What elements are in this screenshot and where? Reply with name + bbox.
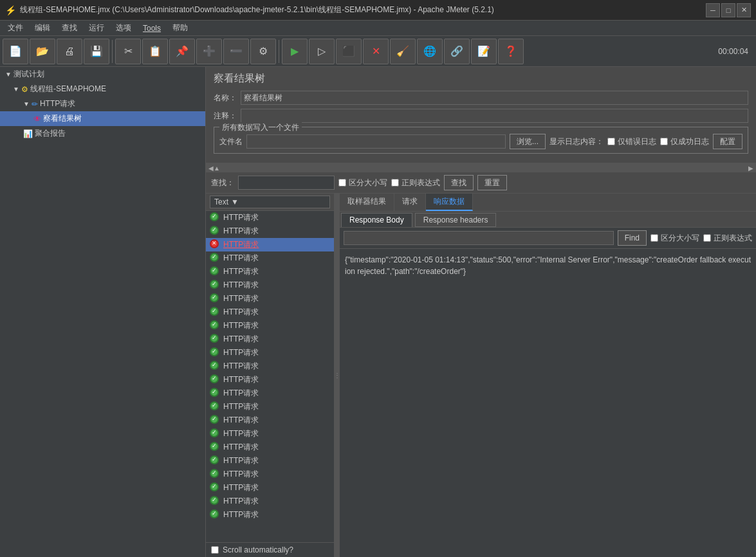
list-item[interactable]: HTTP请求: [206, 508, 334, 522]
list-item[interactable]: HTTP请求: [206, 333, 334, 346]
copy-button[interactable]: 📋: [142, 39, 168, 64]
menu-file[interactable]: 文件: [3, 21, 28, 35]
list-item[interactable]: HTTP请求: [206, 387, 334, 400]
open-button[interactable]: 📂: [30, 39, 55, 64]
vertical-splitter[interactable]: ⋮: [335, 194, 340, 557]
dropdown-label: Text: [214, 197, 228, 206]
tree-item-http-request[interactable]: ▼ ✏ HTTP请求: [0, 96, 205, 111]
success-icon: [210, 266, 221, 277]
list-item[interactable]: HTTP请求: [206, 454, 334, 468]
list-item[interactable]: HTTP请求: [206, 265, 334, 278]
tab-request[interactable]: 请求: [394, 194, 426, 211]
tab-response-data[interactable]: 响应数据: [426, 194, 473, 211]
list-item[interactable]: HTTP请求: [206, 441, 334, 454]
browse-button[interactable]: 浏览...: [510, 134, 546, 149]
file-group: 所有数据写入一个文件 文件名 浏览... 显示日志内容： 仅错误日志 仅成功日志…: [214, 127, 748, 154]
regex-checkbox[interactable]: [391, 179, 399, 187]
name-input[interactable]: [241, 91, 748, 105]
remote-button[interactable]: 🌐: [417, 39, 443, 64]
list-item[interactable]: HTTP请求: [206, 292, 334, 306]
print-button[interactable]: 🖨: [57, 39, 82, 64]
shutdown-button[interactable]: ✕: [363, 39, 389, 64]
close-button[interactable]: ✕: [737, 3, 751, 17]
list-item[interactable]: HTTP请求: [206, 251, 334, 265]
find-detail-button[interactable]: Find: [618, 230, 647, 246]
list-item[interactable]: HTTP请求: [206, 360, 334, 373]
minimize-button[interactable]: ─: [706, 3, 720, 17]
menu-run[interactable]: 运行: [84, 21, 109, 35]
text-dropdown[interactable]: Text ▼: [210, 196, 330, 208]
sub-tab-response-headers[interactable]: Response headers: [415, 213, 497, 227]
menu-tools[interactable]: Tools: [138, 23, 166, 34]
detail-regex-checkbox[interactable]: [703, 234, 711, 242]
remote-all-button[interactable]: 🔗: [444, 39, 470, 64]
find-input[interactable]: [344, 231, 614, 245]
list-item-label: HTTP请求: [223, 280, 259, 291]
tab-sampler-result[interactable]: 取样器结果: [340, 194, 394, 211]
error-log-checkbox[interactable]: [607, 138, 615, 145]
dropdown-arrow-icon: ▼: [231, 197, 239, 206]
file-input[interactable]: [246, 134, 506, 149]
reset-button[interactable]: 重置: [477, 175, 507, 190]
success-icon: [210, 347, 221, 358]
maximize-button[interactable]: □: [721, 3, 735, 17]
detail-case-checkbox[interactable]: [650, 234, 658, 242]
list-item[interactable]: HTTP请求: [206, 481, 334, 495]
splitter-arrow-left: ◀▲: [208, 165, 220, 172]
expand-button[interactable]: ➕: [196, 39, 222, 64]
menu-search[interactable]: 查找: [57, 21, 82, 35]
log-label: 显示日志内容：: [549, 136, 604, 147]
list-item[interactable]: HTTP请求: [206, 414, 334, 427]
help-button[interactable]: ❓: [498, 39, 524, 64]
list-item-label: HTTP请求: [223, 320, 259, 331]
list-item[interactable]: HTTP请求: [206, 238, 334, 251]
menu-options[interactable]: 选项: [111, 21, 136, 35]
splitter-top[interactable]: ◀▲ ▶: [206, 163, 756, 172]
success-icon: [210, 496, 221, 507]
window-title: 线程组-SEMAPHOME.jmx (C:\Users\Administrato…: [20, 5, 494, 15]
list-item-label: HTTP请求: [223, 442, 259, 453]
menu-help[interactable]: 帮助: [167, 21, 193, 35]
play-no-pause-button[interactable]: ▷: [309, 39, 335, 64]
sub-tab-response-body[interactable]: Response Body: [341, 213, 412, 227]
search-input[interactable]: [238, 176, 335, 190]
template-button[interactable]: 📝: [471, 39, 497, 64]
tree-item-aggregate-report[interactable]: 📊 聚合报告: [0, 126, 205, 141]
success-icon: [210, 253, 221, 264]
list-item[interactable]: HTTP请求: [206, 346, 334, 360]
tree-item-test-plan[interactable]: ▼ 测试计划: [0, 67, 205, 82]
save-button[interactable]: 💾: [84, 39, 109, 64]
list-header: Text ▼: [206, 194, 334, 211]
settings-button[interactable]: ⚙: [250, 39, 276, 64]
list-item[interactable]: HTTP请求: [206, 495, 334, 508]
list-item[interactable]: HTTP请求: [206, 400, 334, 414]
play-button[interactable]: ▶: [282, 39, 308, 64]
list-item[interactable]: HTTP请求: [206, 373, 334, 387]
list-item[interactable]: HTTP请求: [206, 211, 334, 224]
config-button[interactable]: 配置: [713, 134, 742, 149]
clear-button[interactable]: 🧹: [390, 39, 416, 64]
list-item[interactable]: HTTP请求: [206, 278, 334, 292]
paste-button[interactable]: 📌: [169, 39, 195, 64]
list-item[interactable]: HTTP请求: [206, 306, 334, 319]
list-item[interactable]: HTTP请求: [206, 427, 334, 441]
tree-item-thread-group[interactable]: ▼ ⚙ 线程组-SEMAPHOME: [0, 82, 205, 96]
case-sensitive-checkbox[interactable]: [338, 179, 346, 187]
scroll-auto-checkbox[interactable]: [211, 546, 219, 554]
collapse-button[interactable]: ➖: [223, 39, 249, 64]
find-button[interactable]: 查找: [444, 175, 474, 190]
new-button[interactable]: 📄: [3, 39, 28, 64]
menu-edit[interactable]: 编辑: [30, 21, 55, 35]
tree-item-view-results[interactable]: 👁 察看结果树: [0, 111, 205, 126]
success-log-checkbox[interactable]: [660, 138, 668, 145]
stop-button[interactable]: ⬛: [336, 39, 362, 64]
eye-icon: 👁: [33, 114, 41, 123]
list-item[interactable]: HTTP请求: [206, 319, 334, 333]
tree-item-label: 聚合报告: [35, 128, 66, 139]
cut-button[interactable]: ✂: [115, 39, 141, 64]
list-item[interactable]: HTTP请求: [206, 224, 334, 238]
list-item-label: HTTP请求: [223, 226, 259, 237]
comment-input[interactable]: [241, 109, 748, 123]
success-icon: [210, 320, 221, 331]
list-item[interactable]: HTTP请求: [206, 468, 334, 481]
